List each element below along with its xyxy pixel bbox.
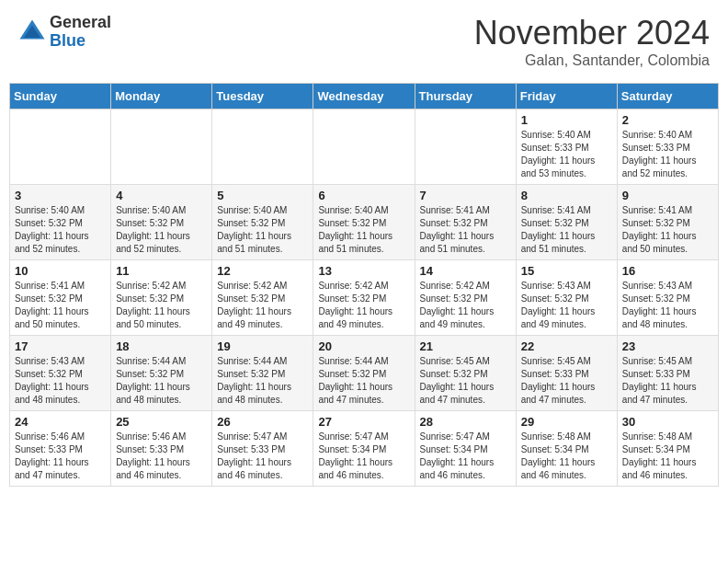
day-header-monday: Monday bbox=[111, 84, 212, 109]
calendar-week-row: 10Sunrise: 5:41 AM Sunset: 5:32 PM Dayli… bbox=[10, 260, 719, 336]
calendar-cell bbox=[212, 109, 313, 185]
calendar-table: SundayMondayTuesdayWednesdayThursdayFrid… bbox=[9, 83, 719, 487]
day-info: Sunrise: 5:40 AM Sunset: 5:32 PM Dayligh… bbox=[15, 204, 106, 256]
day-info: Sunrise: 5:45 AM Sunset: 5:33 PM Dayligh… bbox=[521, 355, 612, 407]
logo-icon bbox=[18, 18, 46, 46]
calendar-cell: 18Sunrise: 5:44 AM Sunset: 5:32 PM Dayli… bbox=[111, 336, 212, 411]
day-info: Sunrise: 5:43 AM Sunset: 5:32 PM Dayligh… bbox=[622, 280, 713, 331]
day-number: 4 bbox=[116, 189, 207, 202]
calendar-cell: 8Sunrise: 5:41 AM Sunset: 5:32 PM Daylig… bbox=[516, 185, 617, 260]
calendar-cell: 1Sunrise: 5:40 AM Sunset: 5:33 PM Daylig… bbox=[516, 109, 617, 185]
calendar-cell bbox=[10, 109, 111, 185]
day-info: Sunrise: 5:44 AM Sunset: 5:32 PM Dayligh… bbox=[217, 355, 308, 407]
day-number: 17 bbox=[15, 339, 106, 353]
day-number: 3 bbox=[15, 189, 106, 202]
day-number: 30 bbox=[622, 415, 713, 429]
day-number: 13 bbox=[318, 264, 409, 278]
day-info: Sunrise: 5:46 AM Sunset: 5:33 PM Dayligh… bbox=[15, 431, 106, 482]
calendar-cell: 13Sunrise: 5:42 AM Sunset: 5:32 PM Dayli… bbox=[313, 260, 415, 336]
calendar-cell: 14Sunrise: 5:42 AM Sunset: 5:32 PM Dayli… bbox=[415, 260, 516, 336]
day-number: 27 bbox=[318, 415, 409, 429]
day-info: Sunrise: 5:47 AM Sunset: 5:34 PM Dayligh… bbox=[318, 431, 409, 482]
logo-general: General bbox=[50, 14, 111, 32]
calendar-cell: 22Sunrise: 5:45 AM Sunset: 5:33 PM Dayli… bbox=[516, 336, 617, 411]
calendar-cell: 19Sunrise: 5:44 AM Sunset: 5:32 PM Dayli… bbox=[212, 336, 313, 411]
day-number: 7 bbox=[420, 189, 511, 202]
day-info: Sunrise: 5:45 AM Sunset: 5:33 PM Dayligh… bbox=[622, 355, 713, 407]
calendar-week-row: 3Sunrise: 5:40 AM Sunset: 5:32 PM Daylig… bbox=[10, 185, 719, 260]
day-info: Sunrise: 5:42 AM Sunset: 5:32 PM Dayligh… bbox=[217, 280, 308, 331]
month-title: November 2024 bbox=[474, 14, 710, 52]
day-info: Sunrise: 5:43 AM Sunset: 5:32 PM Dayligh… bbox=[15, 355, 106, 407]
calendar-cell bbox=[415, 109, 516, 185]
calendar-week-row: 1Sunrise: 5:40 AM Sunset: 5:33 PM Daylig… bbox=[10, 109, 719, 185]
day-info: Sunrise: 5:48 AM Sunset: 5:34 PM Dayligh… bbox=[622, 431, 713, 482]
calendar-week-row: 17Sunrise: 5:43 AM Sunset: 5:32 PM Dayli… bbox=[10, 336, 719, 411]
calendar-cell: 20Sunrise: 5:44 AM Sunset: 5:32 PM Dayli… bbox=[313, 336, 415, 411]
calendar-cell: 26Sunrise: 5:47 AM Sunset: 5:33 PM Dayli… bbox=[212, 411, 313, 487]
calendar-cell: 16Sunrise: 5:43 AM Sunset: 5:32 PM Dayli… bbox=[617, 260, 718, 336]
calendar-cell: 25Sunrise: 5:46 AM Sunset: 5:33 PM Dayli… bbox=[111, 411, 212, 487]
day-number: 16 bbox=[622, 264, 713, 278]
calendar-cell: 28Sunrise: 5:47 AM Sunset: 5:34 PM Dayli… bbox=[415, 411, 516, 487]
day-info: Sunrise: 5:42 AM Sunset: 5:32 PM Dayligh… bbox=[420, 280, 511, 331]
calendar-cell: 24Sunrise: 5:46 AM Sunset: 5:33 PM Dayli… bbox=[10, 411, 111, 487]
day-number: 23 bbox=[622, 339, 713, 353]
calendar-cell: 29Sunrise: 5:48 AM Sunset: 5:34 PM Dayli… bbox=[516, 411, 617, 487]
calendar-cell: 12Sunrise: 5:42 AM Sunset: 5:32 PM Dayli… bbox=[212, 260, 313, 336]
day-number: 15 bbox=[521, 264, 612, 278]
day-number: 28 bbox=[420, 415, 511, 429]
day-number: 25 bbox=[116, 415, 207, 429]
calendar-cell: 6Sunrise: 5:40 AM Sunset: 5:32 PM Daylig… bbox=[313, 185, 415, 260]
day-number: 2 bbox=[622, 113, 713, 127]
day-number: 1 bbox=[521, 113, 612, 127]
calendar-cell: 4Sunrise: 5:40 AM Sunset: 5:32 PM Daylig… bbox=[111, 185, 212, 260]
calendar-cell: 11Sunrise: 5:42 AM Sunset: 5:32 PM Dayli… bbox=[111, 260, 212, 336]
day-number: 22 bbox=[521, 339, 612, 353]
day-info: Sunrise: 5:40 AM Sunset: 5:33 PM Dayligh… bbox=[622, 129, 713, 180]
day-number: 24 bbox=[15, 415, 106, 429]
day-header-thursday: Thursday bbox=[415, 84, 516, 109]
day-info: Sunrise: 5:48 AM Sunset: 5:34 PM Dayligh… bbox=[521, 431, 612, 482]
calendar-cell: 21Sunrise: 5:45 AM Sunset: 5:32 PM Dayli… bbox=[415, 336, 516, 411]
day-number: 8 bbox=[521, 189, 612, 202]
calendar-cell: 9Sunrise: 5:41 AM Sunset: 5:32 PM Daylig… bbox=[617, 185, 718, 260]
day-number: 11 bbox=[116, 264, 207, 278]
calendar-cell: 2Sunrise: 5:40 AM Sunset: 5:33 PM Daylig… bbox=[617, 109, 718, 185]
day-number: 20 bbox=[318, 339, 409, 353]
day-number: 29 bbox=[521, 415, 612, 429]
logo-text: General Blue bbox=[50, 14, 111, 51]
calendar-cell: 10Sunrise: 5:41 AM Sunset: 5:32 PM Dayli… bbox=[10, 260, 111, 336]
day-info: Sunrise: 5:43 AM Sunset: 5:32 PM Dayligh… bbox=[521, 280, 612, 331]
calendar-cell bbox=[111, 109, 212, 185]
day-number: 6 bbox=[318, 189, 409, 202]
day-info: Sunrise: 5:40 AM Sunset: 5:32 PM Dayligh… bbox=[217, 204, 308, 256]
day-info: Sunrise: 5:41 AM Sunset: 5:32 PM Dayligh… bbox=[521, 204, 612, 256]
day-number: 18 bbox=[116, 339, 207, 353]
day-header-saturday: Saturday bbox=[617, 84, 718, 109]
title-block: November 2024 Galan, Santander, Colombia bbox=[474, 14, 710, 69]
day-number: 21 bbox=[420, 339, 511, 353]
day-number: 12 bbox=[217, 264, 308, 278]
day-info: Sunrise: 5:41 AM Sunset: 5:32 PM Dayligh… bbox=[420, 204, 511, 256]
calendar-cell: 3Sunrise: 5:40 AM Sunset: 5:32 PM Daylig… bbox=[10, 185, 111, 260]
day-info: Sunrise: 5:41 AM Sunset: 5:32 PM Dayligh… bbox=[15, 280, 106, 331]
calendar-header-row: SundayMondayTuesdayWednesdayThursdayFrid… bbox=[10, 84, 719, 109]
day-info: Sunrise: 5:40 AM Sunset: 5:32 PM Dayligh… bbox=[116, 204, 207, 256]
day-header-wednesday: Wednesday bbox=[313, 84, 415, 109]
day-number: 19 bbox=[217, 339, 308, 353]
calendar-cell: 7Sunrise: 5:41 AM Sunset: 5:32 PM Daylig… bbox=[415, 185, 516, 260]
day-info: Sunrise: 5:47 AM Sunset: 5:34 PM Dayligh… bbox=[420, 431, 511, 482]
day-info: Sunrise: 5:47 AM Sunset: 5:33 PM Dayligh… bbox=[217, 431, 308, 482]
calendar-cell: 15Sunrise: 5:43 AM Sunset: 5:32 PM Dayli… bbox=[516, 260, 617, 336]
day-info: Sunrise: 5:45 AM Sunset: 5:32 PM Dayligh… bbox=[420, 355, 511, 407]
day-info: Sunrise: 5:40 AM Sunset: 5:32 PM Dayligh… bbox=[318, 204, 409, 256]
calendar-cell bbox=[313, 109, 415, 185]
day-info: Sunrise: 5:42 AM Sunset: 5:32 PM Dayligh… bbox=[116, 280, 207, 331]
calendar-cell: 17Sunrise: 5:43 AM Sunset: 5:32 PM Dayli… bbox=[10, 336, 111, 411]
calendar-week-row: 24Sunrise: 5:46 AM Sunset: 5:33 PM Dayli… bbox=[10, 411, 719, 487]
day-number: 26 bbox=[217, 415, 308, 429]
day-info: Sunrise: 5:44 AM Sunset: 5:32 PM Dayligh… bbox=[116, 355, 207, 407]
day-info: Sunrise: 5:40 AM Sunset: 5:33 PM Dayligh… bbox=[521, 129, 612, 180]
logo-blue: Blue bbox=[50, 32, 111, 51]
